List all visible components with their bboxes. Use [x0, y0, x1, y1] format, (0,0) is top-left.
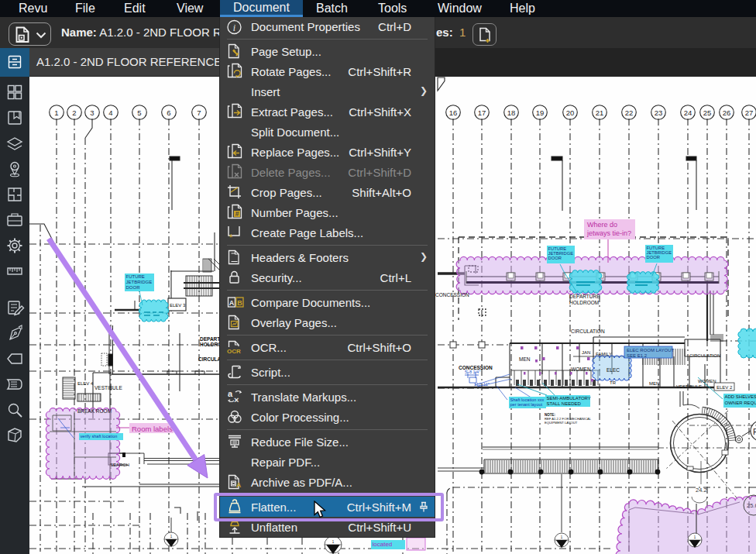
svg-text:18: 18: [507, 108, 516, 117]
svg-text:Shaft location xxx: Shaft location xxx: [510, 397, 545, 402]
svg-text:ELEV 3: ELEV 3: [170, 303, 186, 308]
svg-text:MEN: MEN: [649, 381, 659, 386]
svg-text:*: *: [229, 232, 233, 241]
svg-text:per tenant layout: per tenant layout: [510, 402, 543, 407]
svg-text:CIRCULATION: CIRCULATION: [689, 353, 720, 358]
svg-text:a: a: [228, 389, 233, 398]
svg-text:TR: TR: [610, 380, 617, 385]
svg-text:DOOR: DOOR: [126, 285, 141, 290]
svg-text:CIRCULATION: CIRCULATION: [571, 329, 605, 334]
svg-text:F: F: [753, 427, 756, 436]
svg-text:FUTURE: FUTURE: [126, 274, 145, 279]
svg-text:VESTIBULE: VESTIBULE: [676, 384, 702, 389]
svg-text:2: 2: [72, 108, 76, 117]
svg-text:FUTURE: FUTURE: [647, 246, 665, 250]
svg-text:A: A: [236, 481, 242, 489]
svg-text:24: 24: [684, 108, 692, 117]
svg-text:i: i: [233, 22, 235, 33]
svg-text:±12'-11": ±12'-11": [474, 382, 490, 387]
svg-text:HOLDROOM: HOLDROOM: [569, 300, 599, 305]
svg-text:WOMEN: WOMEN: [571, 366, 591, 372]
svg-text:5'-8 1/4": 5'-8 1/4": [465, 370, 480, 374]
svg-text:6: 6: [167, 108, 170, 117]
svg-text:BREAK ROOM: BREAK ROOM: [77, 408, 112, 414]
svg-text:A: A: [229, 299, 235, 307]
svg-text:22: 22: [625, 108, 634, 117]
svg-text:JAN: JAN: [582, 350, 590, 355]
svg-text:SEMI-AMBULATORY: SEMI-AMBULATORY: [547, 396, 591, 401]
svg-text:ELEC ROOM LAYOUT: ELEC ROOM LAYOUT: [627, 348, 675, 353]
svg-text:JETBRIDGE: JETBRIDGE: [647, 250, 672, 255]
svg-text:27: 27: [745, 108, 754, 117]
svg-text:16: 16: [449, 108, 458, 117]
svg-text:25.6: 25.6: [747, 502, 756, 509]
svg-text:DEPARTI: DEPARTI: [200, 336, 222, 342]
svg-text:19: 19: [536, 108, 545, 117]
svg-text:20: 20: [566, 108, 575, 117]
svg-text:OWNER REQUE: OWNER REQUE: [725, 401, 756, 405]
svg-text:24.2: 24.2: [696, 487, 707, 494]
svg-text:ELEC: ELEC: [607, 367, 620, 373]
svg-text:1: 1: [54, 108, 58, 117]
svg-text:OCR: OCR: [227, 348, 241, 355]
svg-text:3: 3: [90, 108, 94, 117]
svg-text:JETBRIDGE: JETBRIDGE: [548, 251, 574, 256]
svg-text:ELEV 2: ELEV 2: [716, 385, 733, 390]
svg-text:17: 17: [478, 108, 486, 117]
svg-text:SEARCH: SEARCH: [110, 463, 129, 467]
svg-text:Room labels: Room labels: [132, 425, 173, 433]
svg-text:4: 4: [108, 108, 112, 117]
svg-text:ELEV 4: ELEV 4: [77, 381, 94, 386]
svg-text:FUTURE: FUTURE: [548, 246, 567, 251]
svg-text:21: 21: [596, 108, 604, 117]
svg-text:DOOR: DOOR: [548, 256, 562, 260]
svg-text:DEPARTURE: DEPARTURE: [569, 294, 600, 299]
svg-text:HOLDRO: HOLDRO: [200, 342, 222, 347]
svg-text:7: 7: [197, 108, 201, 117]
svg-text:#: #: [235, 210, 239, 218]
svg-text:25: 25: [703, 108, 712, 117]
svg-text:verify shaft location: verify shaft location: [81, 434, 118, 439]
svg-text:STALL NEEDED: STALL NEEDED: [547, 401, 582, 406]
svg-text:26: 26: [723, 108, 731, 117]
svg-text:SEE E1.2: SEE E1.2: [627, 353, 648, 358]
svg-text:Where do: Where do: [587, 221, 617, 229]
svg-text:EQUIPMENT LAYOUT: EQUIPMENT LAYOUT: [545, 421, 578, 425]
svg-text:located: located: [373, 541, 393, 548]
svg-text:VESTIBULE: VESTIBULE: [94, 385, 122, 391]
svg-text:23: 23: [655, 108, 663, 117]
svg-text:CONCESSION: CONCESSION: [435, 292, 469, 298]
svg-text:5: 5: [137, 108, 141, 117]
svg-text:JETBRIDGE: JETBRIDGE: [126, 280, 153, 284]
svg-text:jetways tie-in?: jetways tie-in?: [586, 229, 631, 237]
svg-text:×: ×: [234, 395, 239, 404]
svg-text:FAMILY: FAMILY: [596, 352, 612, 356]
svg-text:MEN: MEN: [519, 356, 531, 362]
svg-text:B: B: [237, 299, 242, 307]
svg-text:ADD SHELVES: ADD SHELVES: [725, 394, 756, 399]
svg-text:DOOR: DOOR: [647, 255, 660, 260]
svg-text:WOMEN: WOMEN: [698, 379, 716, 384]
